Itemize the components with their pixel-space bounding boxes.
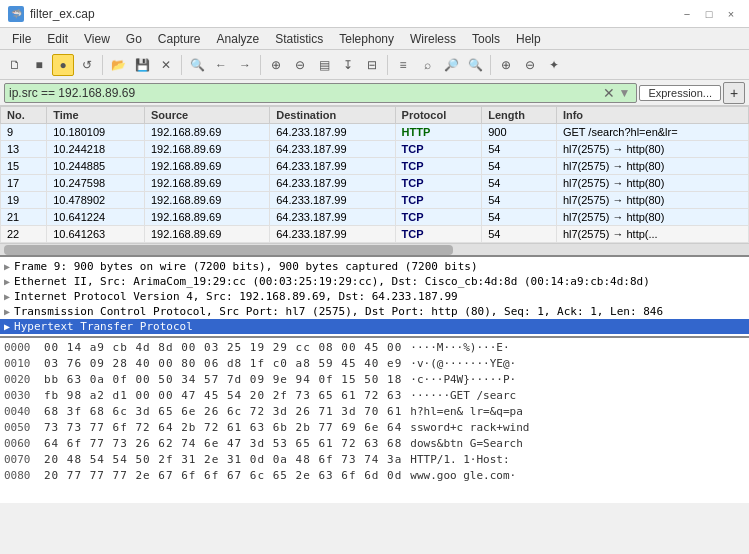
- table-cell: 10.478902: [47, 192, 145, 209]
- detail-row[interactable]: ▶Internet Protocol Version 4, Src: 192.1…: [0, 289, 749, 304]
- col-time[interactable]: Time: [47, 107, 145, 124]
- hex-bytes: 73 73 77 6f 72 64 2b 72 61 63 6b 2b 77 6…: [44, 420, 402, 436]
- sparkle-button[interactable]: ✦: [543, 54, 565, 76]
- horizontal-scroll-thumb[interactable]: [4, 245, 453, 255]
- zoom-pkt-button[interactable]: 🔍: [464, 54, 486, 76]
- menu-analyze[interactable]: Analyze: [209, 30, 268, 48]
- hex-ascii: h?hl=en& lr=&q=pa: [410, 404, 523, 420]
- find-button[interactable]: 🔍: [186, 54, 208, 76]
- zoom-full-button[interactable]: 🔎: [440, 54, 462, 76]
- open-button[interactable]: 📂: [107, 54, 129, 76]
- table-row[interactable]: 1510.244885192.168.89.6964.233.187.99TCP…: [1, 158, 749, 175]
- hex-offset: 0050: [4, 420, 36, 436]
- minimize-button[interactable]: −: [677, 6, 697, 22]
- menu-wireless[interactable]: Wireless: [402, 30, 464, 48]
- menu-tools[interactable]: Tools: [464, 30, 508, 48]
- table-cell: 13: [1, 141, 47, 158]
- hex-offset: 0040: [4, 404, 36, 420]
- hex-offset: 0010: [4, 356, 36, 372]
- window-controls[interactable]: − □ ×: [677, 6, 741, 22]
- auto-scroll-button[interactable]: ⌕: [416, 54, 438, 76]
- menu-help[interactable]: Help: [508, 30, 549, 48]
- filter-input[interactable]: [9, 86, 601, 100]
- table-cell: 54: [482, 226, 557, 243]
- scroll-to-first-button[interactable]: ↧: [337, 54, 359, 76]
- restart-button[interactable]: ●: [52, 54, 74, 76]
- table-cell: 192.168.89.69: [144, 209, 269, 226]
- col-protocol[interactable]: Protocol: [395, 107, 482, 124]
- zoom-in-button[interactable]: ⊕: [265, 54, 287, 76]
- new-button[interactable]: 🗋: [4, 54, 26, 76]
- menu-go[interactable]: Go: [118, 30, 150, 48]
- hex-offset: 0030: [4, 388, 36, 404]
- hex-bytes: 68 3f 68 6c 3d 65 6e 26 6c 72 3d 26 71 3…: [44, 404, 402, 420]
- horizontal-scrollbar[interactable]: [0, 243, 749, 255]
- detail-row[interactable]: ▶Frame 9: 900 bytes on wire (7200 bits),…: [0, 259, 749, 274]
- menu-statistics[interactable]: Statistics: [267, 30, 331, 48]
- toolbar-sep-3: [260, 55, 261, 75]
- col-length[interactable]: Length: [482, 107, 557, 124]
- packet-detail-pane: ▶Frame 9: 900 bytes on wire (7200 bits),…: [0, 257, 749, 338]
- detail-row[interactable]: ▶Hypertext Transfer Protocol: [0, 319, 749, 334]
- menu-view[interactable]: View: [76, 30, 118, 48]
- menu-capture[interactable]: Capture: [150, 30, 209, 48]
- title-bar: 🦈 filter_ex.cap − □ ×: [0, 0, 749, 28]
- resize-columns-button[interactable]: ▤: [313, 54, 335, 76]
- hex-offset: 0060: [4, 436, 36, 452]
- hex-row: 001003 76 09 28 40 00 80 06 d8 1f c0 a8 …: [4, 356, 745, 372]
- close-file-button[interactable]: ✕: [155, 54, 177, 76]
- detail-row[interactable]: ▶Transmission Control Protocol, Src Port…: [0, 304, 749, 319]
- filter-clear-button[interactable]: ✕: [601, 85, 617, 101]
- table-cell: GET /search?hl=en&lr=: [556, 124, 748, 141]
- table-row[interactable]: 2210.641263192.168.89.6964.233.187.99TCP…: [1, 226, 749, 243]
- stop-button[interactable]: ■: [28, 54, 50, 76]
- table-row[interactable]: 910.180109192.168.89.6964.233.187.99HTTP…: [1, 124, 749, 141]
- minus-button[interactable]: ⊖: [519, 54, 541, 76]
- col-destination[interactable]: Destination: [270, 107, 395, 124]
- table-cell: 64.233.187.99: [270, 192, 395, 209]
- col-no[interactable]: No.: [1, 107, 47, 124]
- table-row[interactable]: 1710.247598192.168.89.6964.233.187.99TCP…: [1, 175, 749, 192]
- expression-button[interactable]: Expression...: [639, 85, 721, 101]
- filter-dropdown-icon[interactable]: ▼: [617, 86, 633, 100]
- main-toolbar: 🗋 ■ ● ↺ 📂 💾 ✕ 🔍 ← → ⊕ ⊖ ▤ ↧ ⊟ ≡ ⌕ 🔎 🔍 ⊕ …: [0, 50, 749, 80]
- hex-row: 000000 14 a9 cb 4d 8d 00 03 25 19 29 cc …: [4, 340, 745, 356]
- table-cell: hl7(2575) → http(80): [556, 141, 748, 158]
- save-button[interactable]: 💾: [131, 54, 153, 76]
- hex-row: 005073 73 77 6f 72 64 2b 72 61 63 6b 2b …: [4, 420, 745, 436]
- back-button[interactable]: ←: [210, 54, 232, 76]
- table-cell: 10.247598: [47, 175, 145, 192]
- table-row[interactable]: 1910.478902192.168.89.6964.233.187.99TCP…: [1, 192, 749, 209]
- detail-row[interactable]: ▶Ethernet II, Src: ArimaCom_19:29:cc (00…: [0, 274, 749, 289]
- hex-ascii: www.goo gle.com·: [410, 468, 516, 484]
- colorize-button[interactable]: ≡: [392, 54, 414, 76]
- table-row[interactable]: 1310.244218192.168.89.6964.233.187.99TCP…: [1, 141, 749, 158]
- col-info[interactable]: Info: [556, 107, 748, 124]
- forward-button[interactable]: →: [234, 54, 256, 76]
- menu-telephony[interactable]: Telephony: [331, 30, 402, 48]
- plus-button[interactable]: ⊕: [495, 54, 517, 76]
- table-cell: 192.168.89.69: [144, 192, 269, 209]
- packet-table-scroll[interactable]: No. Time Source Destination Protocol Len…: [0, 106, 749, 243]
- expand-arrow-icon: ▶: [4, 291, 10, 302]
- menu-file[interactable]: File: [4, 30, 39, 48]
- col-source[interactable]: Source: [144, 107, 269, 124]
- reload-button[interactable]: ↺: [76, 54, 98, 76]
- maximize-button[interactable]: □: [699, 6, 719, 22]
- window-title: filter_ex.cap: [30, 7, 95, 21]
- zoom-out-button[interactable]: ⊖: [289, 54, 311, 76]
- table-cell: 17: [1, 175, 47, 192]
- table-row[interactable]: 2110.641224192.168.89.6964.233.187.99TCP…: [1, 209, 749, 226]
- hex-row: 008020 77 77 77 2e 67 6f 6f 67 6c 65 2e …: [4, 468, 745, 484]
- hex-ascii: dows&btn G=Search: [410, 436, 523, 452]
- filter-bar: ✕ ▼ Expression... +: [0, 80, 749, 106]
- hex-bytes: 20 48 54 54 50 2f 31 2e 31 0d 0a 48 6f 7…: [44, 452, 402, 468]
- scroll-to-last-button[interactable]: ⊟: [361, 54, 383, 76]
- close-button[interactable]: ×: [721, 6, 741, 22]
- menu-edit[interactable]: Edit: [39, 30, 76, 48]
- hex-ascii: ····M···%)···E·: [410, 340, 509, 356]
- table-cell: 22: [1, 226, 47, 243]
- table-cell: 15: [1, 158, 47, 175]
- table-cell: TCP: [395, 192, 482, 209]
- filter-add-button[interactable]: +: [723, 82, 745, 104]
